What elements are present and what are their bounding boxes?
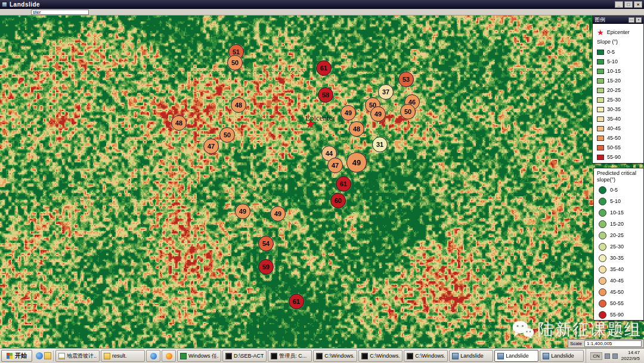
toolbar-input[interactable] — [31, 10, 89, 15]
console-icon — [316, 353, 323, 359]
critical-slope-row: 35-40 — [594, 264, 643, 275]
taskbar-button[interactable]: Landslide — [540, 350, 584, 362]
taskbar-button-label: C:\Windows... — [324, 353, 354, 359]
taskbar: 开始 地震滑坡计...result.Windows 任...D:\SEB-ACT… — [0, 348, 644, 363]
scale-statusbar: Scale 1:1,400,005 — [568, 339, 644, 348]
critical-class-label: 15-20 — [610, 221, 624, 227]
slope-class-label: 45-50 — [607, 135, 621, 141]
map-area — [0, 16, 644, 348]
slope-swatch — [597, 116, 604, 122]
taskbar-button[interactable]: C:\Windows... — [404, 350, 448, 362]
system-tray: CN 14:47 2022/9/5 — [586, 349, 643, 363]
critical-class-list: 0-55-1010-1515-2020-2525-3030-3535-4040-… — [594, 184, 643, 321]
desktop: Landslide _ □ × Epicenter ★ 515061533758… — [0, 0, 644, 363]
scale-label: Scale — [570, 341, 582, 346]
taskbar-button-label: Landslide — [551, 353, 574, 359]
maximize-button[interactable]: □ — [624, 1, 633, 8]
critical-slope-row: 40-45 — [594, 275, 643, 287]
tray-icon[interactable] — [612, 353, 618, 359]
critical-slope-swatch — [599, 288, 606, 296]
critical-class-label: 55-90 — [610, 312, 624, 318]
close-button[interactable]: × — [634, 1, 642, 8]
legend-slope-row: 45-50 — [593, 133, 643, 143]
internet-explorer-icon[interactable] — [36, 352, 43, 359]
critical-slope-row: 15-20 — [594, 219, 643, 230]
wechat-icon — [512, 320, 534, 339]
taskbar-button[interactable]: D:\SEB-ACT... — [222, 350, 267, 362]
critical-slope-row: 5-10 — [594, 196, 643, 207]
slope-class-label: 5-10 — [607, 59, 618, 64]
scale-value[interactable]: 1:1,400,005 — [584, 340, 642, 347]
slope-class-label: 15-20 — [607, 78, 621, 84]
watermark-text: 陆新征课题组 — [538, 319, 642, 340]
slope-class-label: 25-30 — [607, 97, 621, 103]
minimize-button[interactable]: _ — [615, 1, 623, 8]
slope-swatch — [597, 50, 604, 55]
slope-swatch — [597, 126, 604, 131]
slope-class-label: 10-15 — [607, 68, 621, 74]
window-title: Landslide — [10, 1, 40, 8]
legend-slope-row: 0-5 — [593, 47, 643, 57]
slope-class-label: 50-55 — [607, 144, 621, 150]
taskbar-button[interactable]: Landslide — [449, 350, 493, 362]
taskbar-button-label: Landslide — [460, 353, 484, 359]
slope-raster-map[interactable] — [0, 16, 644, 348]
slope-class-label: 40-45 — [607, 125, 621, 131]
critical-slope-swatch — [599, 209, 606, 217]
epicenter-legend-star-icon: ★ — [597, 29, 604, 36]
internet-explorer-icon — [150, 353, 157, 359]
critical-class-label: 25-30 — [610, 244, 624, 250]
console-icon — [271, 353, 277, 359]
tray-date: 2022/9/5 — [621, 356, 640, 362]
slope-class-label: 0-5 — [607, 49, 615, 55]
taskbar-button-label: Landslide — [506, 353, 529, 359]
critical-slope-row: 10-15 — [594, 207, 643, 219]
taskbar-button[interactable]: result. — [101, 350, 145, 362]
toolbar — [0, 9, 644, 16]
folder-icon[interactable] — [44, 352, 51, 359]
start-button[interactable]: 开始 — [1, 350, 32, 362]
window-controls: _ □ × — [615, 1, 642, 8]
slope-swatch — [597, 59, 604, 64]
watermark: 陆新征课题组 — [512, 319, 642, 340]
taskbar-button[interactable]: Windows 任... — [177, 350, 221, 362]
critical-slope-row: 50-55 — [594, 298, 643, 309]
taskbar-button[interactable]: C:\Windows... — [358, 350, 402, 362]
critical-slope-swatch — [599, 254, 606, 262]
task-manager-icon — [180, 353, 187, 359]
slope-class-label: 30-35 — [607, 106, 621, 112]
critical-slope-swatch — [599, 220, 606, 228]
critical-slope-swatch — [599, 300, 606, 307]
slope-legend-title: Slope (°) — [593, 38, 643, 47]
legend-minimize-button[interactable]: — — [628, 17, 634, 23]
critical-slope-row: 45-50 — [594, 287, 643, 298]
taskbar-button[interactable]: 管理员: C... — [268, 350, 312, 362]
taskbar-button[interactable]: Landslide — [494, 350, 538, 362]
slope-swatch — [597, 69, 604, 74]
critical-slope-row: 30-35 — [594, 253, 643, 264]
taskbar-button-label: 管理员: C... — [279, 352, 306, 360]
slope-swatch — [597, 136, 604, 141]
windows-logo-icon — [7, 353, 13, 359]
firefox-icon — [166, 353, 172, 359]
critical-slope-swatch — [599, 186, 606, 194]
critical-slope-panel: Predicted critical slope(°) 0-55-1010-15… — [593, 168, 644, 321]
critical-slope-swatch — [599, 232, 606, 239]
legend-slope-row: 20-25 — [593, 85, 643, 95]
legend-close-button[interactable]: × — [636, 17, 642, 23]
language-indicator[interactable]: CN — [590, 352, 602, 360]
taskbar-button[interactable] — [162, 350, 176, 362]
legend-slope-row: 40-45 — [593, 124, 643, 133]
legend-slope-row: 10-15 — [593, 66, 643, 76]
taskbar-button[interactable] — [146, 350, 160, 362]
taskbar-button-label: Windows 任... — [188, 352, 218, 360]
app-icon — [452, 353, 459, 359]
taskbar-button[interactable]: 地震滑坡计... — [55, 350, 100, 362]
critical-class-label: 45-50 — [610, 289, 624, 295]
tray-icon[interactable] — [605, 353, 610, 359]
document-icon — [58, 353, 65, 359]
slope-class-label: 55-90 — [607, 154, 621, 160]
taskbar-button[interactable]: C:\Windows... — [313, 350, 357, 362]
critical-slope-row: 0-5 — [594, 184, 643, 196]
legend-titlebar[interactable]: 图例 — × — [593, 16, 643, 24]
